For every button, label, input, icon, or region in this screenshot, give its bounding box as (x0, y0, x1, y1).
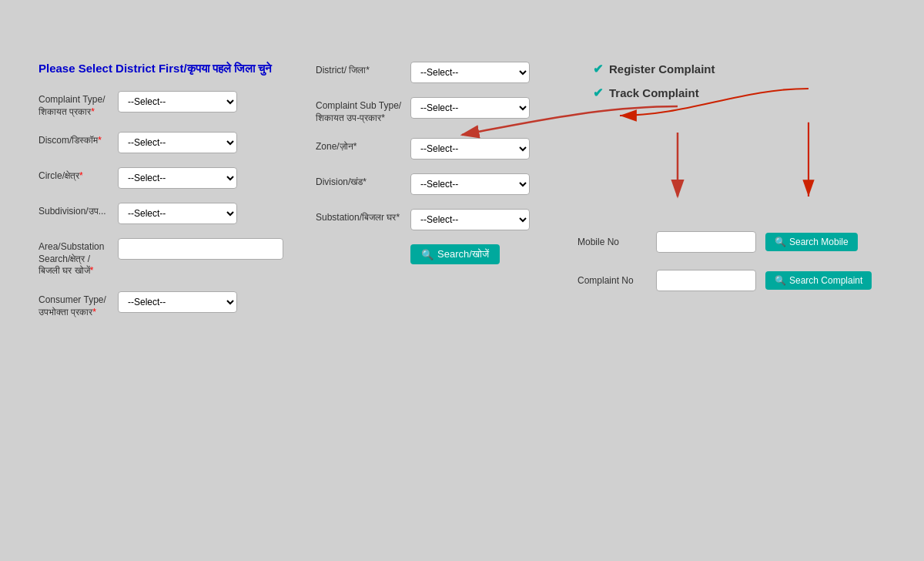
right-menu: ✔ Register Complaint ✔ Track Complaint (593, 62, 715, 109)
area-search-input[interactable] (118, 238, 283, 260)
substation-label: Substation/बिजलr घर* (316, 209, 404, 224)
division-label: Division/खंड* (316, 173, 404, 189)
circle-label: Circle/क्षेत्र* (38, 167, 112, 183)
track-check-icon: ✔ (593, 86, 603, 100)
discom-label: Discom/डिस्कॉम* (38, 132, 112, 147)
complaint-sub-select[interactable]: --Select-- (410, 97, 530, 119)
search-button-group: 🔍 Search/खोजें (410, 244, 547, 264)
right-panel: ✔ Register Complaint ✔ Track Complaint (578, 62, 886, 332)
discom-select[interactable]: --Select-- (118, 132, 237, 153)
search-complaint-icon: 🔍 (775, 275, 786, 286)
register-check-icon: ✔ (593, 62, 603, 76)
track-complaint-item[interactable]: ✔ Track Complaint (593, 86, 715, 100)
zone-group: Zone/ज़ोन* --Select-- (316, 138, 547, 160)
discom-group: Discom/डिस्कॉम* --Select-- (38, 132, 285, 153)
track-section: Mobile No 🔍 Search Mobile Complaint No 🔍… (578, 231, 886, 308)
search-button[interactable]: 🔍 Search/खोजें (410, 244, 500, 264)
substation-group: Substation/बिजलr घर* --Select-- (316, 209, 547, 230)
subdivision-group: Subdivision/उप... --Select-- (38, 203, 285, 224)
track-complaint-label: Track Complaint (609, 86, 699, 99)
district-label: District/ जिला* (316, 62, 404, 77)
consumer-type-label: Consumer Type/ उपभोक्ता प्रकार* (38, 291, 112, 318)
zone-select[interactable]: --Select-- (410, 138, 530, 160)
complaint-sub-label: Complaint Sub Type/ शिकायत उप-प्रकार* (316, 97, 404, 124)
division-group: Division/खंड* --Select-- (316, 173, 547, 195)
area-label: Area/Substation Search/क्षेत्र / बिजली घ… (38, 238, 112, 277)
register-complaint-item[interactable]: ✔ Register Complaint (593, 62, 715, 76)
center-form-panel: District/ जिला* --Select-- Complaint Sub… (316, 62, 547, 332)
subdivision-label: Subdivision/उप... (38, 203, 112, 218)
substation-select[interactable]: --Select-- (410, 209, 530, 230)
circle-group: Circle/क्षेत्र* --Select-- (38, 167, 285, 189)
mobile-no-input[interactable] (656, 231, 756, 253)
circle-select[interactable]: --Select-- (118, 167, 237, 189)
complaint-no-input[interactable] (656, 270, 756, 291)
search-complaint-button[interactable]: 🔍 Search Complaint (765, 271, 872, 290)
complaint-no-row: Complaint No 🔍 Search Complaint (578, 270, 886, 291)
mobile-no-row: Mobile No 🔍 Search Mobile (578, 231, 886, 253)
section-title: Please Select District First/कृपया पहले … (38, 62, 285, 76)
complaint-type-label: Complaint Type/शिकायत प्रकार* (38, 91, 112, 118)
register-complaint-label: Register Complaint (609, 62, 715, 76)
division-select[interactable]: --Select-- (410, 173, 530, 195)
mobile-no-label: Mobile No (578, 237, 647, 247)
consumer-type-group: Consumer Type/ उपभोक्ता प्रकार* --Select… (38, 291, 285, 318)
left-form-panel: Please Select District First/कृपया पहले … (38, 62, 285, 332)
complaint-sub-wrapper: --Select-- (410, 97, 530, 119)
district-group: District/ जिला* --Select-- (316, 62, 547, 83)
complaint-type-select[interactable]: --Select-- (118, 91, 237, 113)
area-search-group: Area/Substation Search/क्षेत्र / बिजली घ… (38, 238, 285, 277)
search-icon: 🔍 (421, 249, 434, 260)
complaint-type-group: Complaint Type/शिकायत प्रकार* --Select-- (38, 91, 285, 118)
subdivision-select[interactable]: --Select-- (118, 203, 237, 224)
search-mobile-icon: 🔍 (775, 237, 786, 247)
district-select[interactable]: --Select-- (410, 62, 530, 83)
complaint-no-label: Complaint No (578, 275, 647, 286)
search-mobile-button[interactable]: 🔍 Search Mobile (765, 233, 858, 251)
consumer-type-select[interactable]: --Select-- (118, 291, 237, 313)
complaint-sub-group: Complaint Sub Type/ शिकायत उप-प्रकार* --… (316, 97, 547, 124)
zone-label: Zone/ज़ोन* (316, 138, 404, 153)
